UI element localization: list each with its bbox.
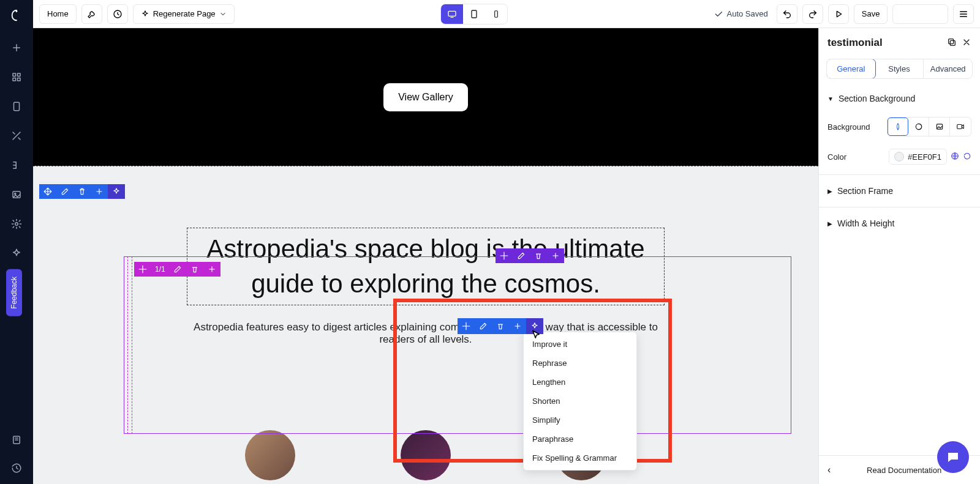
bg-solid-icon[interactable] [888,117,908,136]
autosaved-status: Auto Saved [714,9,768,19]
docs-icon[interactable] [9,433,24,447]
ai-menu: Improve it Rephrase Lengthen Shorten Sim… [523,332,637,471]
add-icon[interactable] [547,248,564,263]
avatar[interactable] [245,430,295,480]
panel-tabs: General Styles Advanced [826,59,973,79]
regenerate-page-button[interactable]: Regenerate Page [133,4,235,24]
ai-menu-item[interactable]: Lengthen [524,373,636,392]
left-sidebar: Feedback [0,0,33,484]
chat-fab[interactable] [937,441,969,473]
delete-icon[interactable] [186,262,203,277]
edit-icon[interactable] [169,262,186,277]
section-frame-accordion[interactable]: ▶ Section Frame [819,179,980,203]
hamburger-button[interactable] [953,4,974,24]
globe-icon[interactable] [951,152,959,162]
design-icon[interactable] [9,128,24,143]
redo-button[interactable] [802,4,823,24]
chevron-right-icon: ▶ [827,188,832,195]
chevron-left-icon: ‹ [827,464,831,475]
grid-icon[interactable] [9,70,24,84]
move-icon[interactable] [39,184,56,199]
image-icon[interactable] [9,187,24,202]
chevron-down-icon: ▼ [827,95,834,102]
svg-rect-3 [13,78,16,81]
container-outline [124,256,791,434]
publish-label: Publish [900,9,927,18]
add-icon[interactable] [203,262,221,277]
add-icon[interactable] [91,184,108,199]
tab-advanced[interactable]: Advanced [924,59,972,78]
chevron-down-icon [933,10,940,18]
reset-icon[interactable] [963,152,971,162]
avatar-row [33,430,818,480]
avatar[interactable] [401,430,451,480]
regenerate-label: Regenerate Page [153,9,216,18]
settings-icon[interactable] [9,217,24,231]
accordion-label: Section Background [839,94,915,103]
history-icon[interactable] [9,461,24,475]
autosaved-label: Auto Saved [727,9,768,18]
tab-general[interactable]: General [826,59,876,79]
sparkle-icon[interactable] [9,246,24,261]
move-icon[interactable] [134,262,151,277]
duplicate-icon[interactable] [947,37,957,49]
ai-menu-item[interactable]: Paraphrase [524,430,636,449]
bg-gradient-icon[interactable] [908,117,929,136]
column-count: 1/1 [151,265,169,274]
delete-icon[interactable] [492,318,509,334]
view-gallery-button[interactable]: View Gallery [383,83,468,111]
wrench-button[interactable] [81,4,102,24]
svg-rect-5 [14,102,20,111]
prop-label: Background [827,122,870,132]
hero-section[interactable]: View Gallery [33,28,818,166]
tree-icon[interactable] [9,158,24,173]
ai-menu-item[interactable]: Shorten [524,392,636,411]
app-logo[interactable] [10,9,23,26]
check-icon [714,9,723,19]
device-desktop[interactable] [441,4,463,24]
feedback-button[interactable]: Feedback [6,269,22,316]
home-button[interactable]: Home [39,4,77,24]
undo-button[interactable] [777,4,797,24]
device-switcher [440,4,508,24]
accordion-label: Width & Height [837,218,894,228]
ai-icon[interactable] [108,184,125,199]
edit-icon[interactable] [475,318,492,334]
svg-point-8 [15,223,18,226]
svg-rect-1 [13,73,16,76]
delete-icon[interactable] [74,184,91,199]
column-toolbar: 1/1 [134,262,221,277]
section-background-accordion[interactable]: ▼ Section Background [819,86,980,111]
ai-menu-item[interactable]: Rephrase [524,354,636,373]
move-icon[interactable] [458,318,475,334]
section-toolbar [39,184,125,199]
ai-menu-item[interactable]: Fix Spelling & Grammar [524,449,636,467]
cursor-icon [530,329,541,342]
tab-styles[interactable]: Styles [875,59,924,78]
color-row: Color #EEF0F1 [819,143,980,171]
move-icon[interactable] [496,248,513,263]
editor-canvas[interactable]: View Gallery Astropedia's space blog is … [33,28,818,484]
bg-image-icon[interactable] [929,117,950,136]
save-button[interactable]: Save [854,4,888,24]
delete-icon[interactable] [530,248,547,263]
ai-menu-item[interactable]: Simplify [524,411,636,430]
device-tablet[interactable] [463,4,485,24]
add-icon[interactable] [9,40,24,55]
publish-button[interactable]: Publish [892,4,948,24]
color-chip[interactable]: #EEF0F1 [889,149,947,165]
close-icon[interactable] [962,37,971,49]
page-icon[interactable] [9,99,24,114]
edit-icon[interactable] [513,248,530,263]
edit-icon[interactable] [56,184,74,199]
sparkle-icon [141,10,149,18]
clock-button[interactable] [107,4,128,24]
preview-button[interactable] [828,4,849,24]
properties-panel: testimonial General Styles Advanced ▼ Se… [818,28,980,484]
add-icon[interactable] [509,318,526,334]
chevron-down-icon [219,10,227,18]
bg-video-icon[interactable] [950,117,971,136]
device-mobile[interactable] [485,4,507,24]
panel-title: testimonial [827,37,883,49]
width-height-accordion[interactable]: ▶ Width & Height [819,211,980,236]
